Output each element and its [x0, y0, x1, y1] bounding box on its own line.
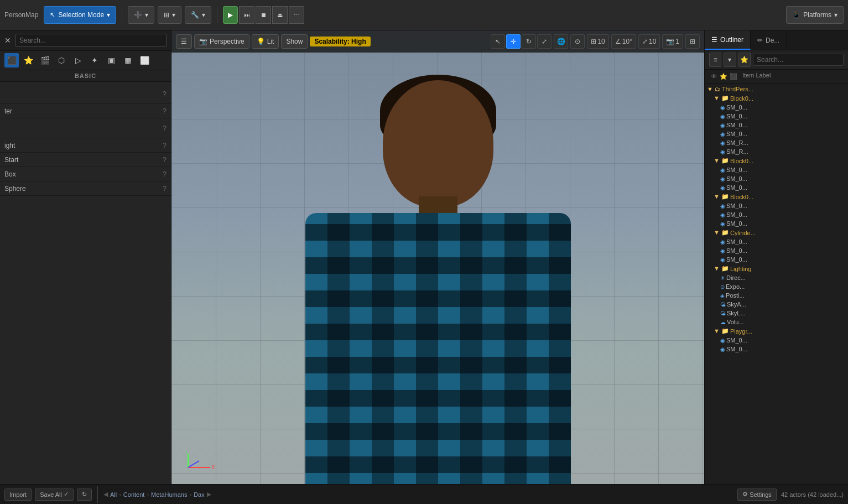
list-item[interactable]: Sphere ? [0, 181, 171, 196]
platforms-button[interactable]: 📱 Platforms ▾ [786, 6, 844, 24]
surface-snap-button[interactable]: ⊙ [570, 34, 585, 49]
scale-tool-button[interactable]: ⤢ [537, 34, 552, 49]
perspective-button[interactable]: 📷 Perspective [194, 34, 249, 49]
extra-category-button[interactable]: ⬜ [137, 53, 152, 67]
tree-item-sm13[interactable]: ◉ SM_0... [705, 255, 848, 264]
help-icon[interactable]: ? [163, 170, 167, 178]
settings-button[interactable]: ⚙ Settings [737, 489, 777, 501]
lit-button[interactable]: 💡 Lit [252, 34, 279, 49]
list-item[interactable]: ? [0, 84, 171, 104]
skip-forward-button[interactable]: ⏭ [239, 6, 254, 24]
help-icon[interactable]: ? [163, 107, 167, 115]
eye-icon: 👁 [709, 72, 718, 81]
build-button[interactable]: 🔧 ▾ [185, 6, 211, 24]
list-item[interactable]: ter ? [0, 104, 171, 118]
stop-button[interactable]: ⏹ [256, 6, 271, 24]
maximize-viewport-button[interactable]: ⊞ [685, 34, 700, 49]
tree-item-directional[interactable]: ☀ Direc... [705, 273, 848, 282]
rotate-tool-button[interactable]: ↻ [522, 34, 536, 49]
help-icon[interactable]: ? [163, 141, 167, 149]
breadcrumb-dax[interactable]: Dax [194, 491, 205, 498]
tree-item-sm5[interactable]: ◉ SM_0... [705, 165, 848, 174]
tab-details[interactable]: ✏ De... [751, 30, 787, 50]
tree-item-thirdperson[interactable]: ▼ 🗂 ThirdPers... [705, 85, 848, 93]
bookmark-button[interactable]: ⭐ [738, 53, 751, 67]
tree-item-sm9[interactable]: ◉ SM_0... [705, 210, 848, 219]
import-button[interactable]: Import [4, 489, 32, 501]
tree-item-block0-1[interactable]: ▼ 📁 Block0... [705, 93, 848, 103]
tree-item-sm12[interactable]: ◉ SM_0... [705, 246, 848, 255]
tree-item-sm15[interactable]: ◉ SM_0... [705, 345, 848, 354]
help-icon[interactable]: ? [163, 155, 167, 164]
filter-button[interactable]: ≡ [709, 53, 721, 67]
cinematic-category-button[interactable]: 🎬 [38, 53, 52, 67]
tree-item-playground[interactable]: ▼ 📁 Playgr... [705, 326, 848, 336]
tree-item-lighting[interactable]: ▼ 📁 Lighting [705, 264, 848, 273]
filter-options-button[interactable]: ▾ [724, 53, 736, 67]
character-hoodie-pattern [305, 213, 571, 484]
rotation-snap-button[interactable]: ∠ 10° [611, 34, 636, 49]
list-item[interactable]: ? [0, 118, 171, 138]
list-item[interactable]: ight ? [0, 138, 171, 153]
help-icon[interactable]: ? [163, 90, 167, 98]
scalability-badge[interactable]: Scalability: High [310, 37, 370, 46]
star-category-button[interactable]: ⭐ [21, 53, 35, 67]
tree-item-sm10[interactable]: ◉ SM_0... [705, 219, 848, 228]
animation-category-button[interactable]: ▷ [71, 53, 85, 67]
tree-item-expo[interactable]: ⊙ Expo... [705, 282, 848, 291]
tree-item-sm7[interactable]: ◉ SM_0... [705, 183, 848, 192]
eject-button[interactable]: ⏏ [272, 6, 288, 24]
camera-speed-button[interactable]: 📷 1 [662, 34, 683, 49]
tree-item-sm3[interactable]: ◉ SM_0... [705, 121, 848, 129]
tree-item-sm1[interactable]: ◉ SM_0... [705, 103, 848, 112]
tree-item-block0-3[interactable]: ▼ 📁 Block0... [705, 192, 848, 201]
tree-item-sm11[interactable]: ◉ SM_0... [705, 237, 848, 246]
viewport[interactable]: ☰ 📷 Perspective 💡 Lit Show Scalability: … [171, 30, 704, 484]
folder-icon: ▼ 📁 [714, 229, 729, 236]
axes-indicator: X Y [183, 451, 216, 473]
breadcrumb-metahumans[interactable]: MetaHumans [151, 491, 187, 498]
breadcrumb-all[interactable]: All [110, 491, 117, 498]
tree-item-cylinder[interactable]: ▼ 📁 Cylinde... [705, 228, 848, 237]
show-button[interactable]: Show [281, 34, 308, 49]
close-button[interactable]: ✕ [4, 36, 11, 45]
tree-item-skyatm[interactable]: 🌤 SkyA... [705, 300, 848, 309]
geometry-category-button[interactable]: ⬡ [54, 53, 69, 67]
list-item[interactable]: Box ? [0, 167, 171, 181]
selection-mode-button[interactable]: ↖ Selection Mode ▾ [44, 6, 116, 24]
tree-item-block0-2[interactable]: ▼ 📁 Block0... [705, 156, 848, 165]
snap-button[interactable]: ⊞ ▾ [158, 6, 181, 24]
scale-snap-button[interactable]: ⤢ 10 [638, 34, 660, 49]
tab-outliner[interactable]: ☰ Outliner [705, 30, 751, 50]
tree-item-skylight[interactable]: 🌤 SkyL... [705, 309, 848, 318]
tree-item-smr2[interactable]: ◉ SM_R... [705, 147, 848, 156]
tree-item-sm6[interactable]: ◉ SM_0... [705, 174, 848, 183]
grid-snap-button[interactable]: ⊞ 10 [587, 34, 608, 49]
tree-item-sm14[interactable]: ◉ SM_0... [705, 336, 848, 345]
help-icon[interactable]: ? [163, 184, 167, 193]
more-play-button[interactable]: ⋯ [289, 6, 304, 24]
move-tool-button[interactable]: ✛ [506, 34, 521, 49]
add-button[interactable]: ➕ ▾ [128, 6, 154, 24]
tree-item-volumetric[interactable]: ☁ Volu... [705, 318, 848, 326]
shapes-category-button[interactable]: ▣ [104, 53, 118, 67]
tree-item-sm4[interactable]: ◉ SM_0... [705, 129, 848, 138]
outliner-search-input[interactable] [753, 54, 844, 66]
misc-category-button[interactable]: ✦ [87, 53, 102, 67]
list-item[interactable]: Start ? [0, 153, 171, 167]
tree-item-smr1[interactable]: ◉ SM_R... [705, 138, 848, 147]
help-icon[interactable]: ? [163, 124, 167, 132]
viewport-menu-button[interactable]: ☰ [176, 34, 192, 49]
globe-icon-button[interactable]: 🌐 [554, 34, 568, 49]
volumes-category-button[interactable]: ▦ [121, 53, 135, 67]
select-tool-button[interactable]: ↖ [491, 34, 505, 49]
play-button[interactable]: ▶ [223, 6, 238, 24]
all-category-button[interactable]: ⬛ [4, 53, 19, 67]
save-all-button[interactable]: Save All ✓ [35, 489, 74, 501]
refresh-button[interactable]: ↻ [77, 489, 92, 501]
tree-item-postprocess[interactable]: ◈ Posti... [705, 291, 848, 300]
breadcrumb-content[interactable]: Content [123, 491, 145, 498]
search-input[interactable] [15, 34, 167, 47]
tree-item-sm2[interactable]: ◉ SM_0... [705, 112, 848, 121]
tree-item-sm8[interactable]: ◉ SM_0... [705, 201, 848, 210]
